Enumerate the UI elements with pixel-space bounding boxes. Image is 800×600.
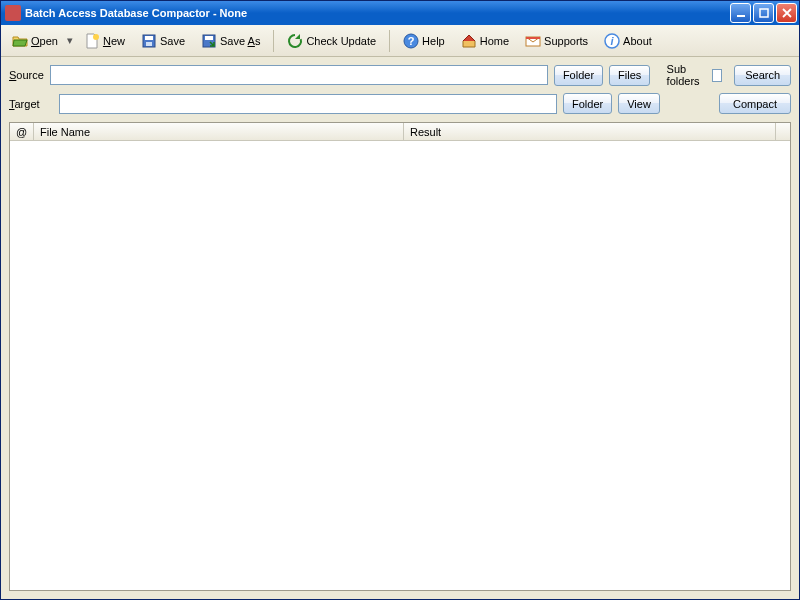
home-button[interactable]: Home <box>454 29 516 53</box>
new-file-icon <box>84 33 100 49</box>
about-button[interactable]: i About <box>597 29 659 53</box>
toolbar-separator <box>273 30 274 52</box>
svg-rect-4 <box>145 36 153 40</box>
grid-header: @ File Name Result <box>10 123 790 141</box>
check-update-button[interactable]: Check Update <box>280 29 383 53</box>
close-icon <box>782 8 792 18</box>
svg-rect-11 <box>526 37 540 39</box>
compact-button[interactable]: Compact <box>719 93 791 114</box>
save-icon <box>141 33 157 49</box>
source-files-button[interactable]: Files <box>609 65 650 86</box>
about-label: About <box>623 35 652 47</box>
toolbar-separator <box>389 30 390 52</box>
target-view-button[interactable]: View <box>618 93 660 114</box>
svg-rect-0 <box>737 15 745 17</box>
save-as-icon <box>201 33 217 49</box>
toolbar: Open ▾ New Save Save As Check Updat <box>1 25 799 57</box>
col-header-at[interactable]: @ <box>10 123 34 140</box>
svg-rect-7 <box>205 36 213 40</box>
maximize-button[interactable] <box>753 3 774 23</box>
target-label: Target <box>9 98 53 110</box>
info-icon: i <box>604 33 620 49</box>
app-icon <box>5 5 21 21</box>
help-icon: ? <box>403 33 419 49</box>
col-header-result[interactable]: Result <box>404 123 776 140</box>
open-button[interactable]: Open <box>5 29 65 53</box>
source-input[interactable] <box>50 65 548 85</box>
folder-open-icon <box>12 33 28 49</box>
target-row: Target Folder View Compact <box>9 93 791 114</box>
maximize-icon <box>759 8 769 18</box>
open-label: Open <box>31 35 58 47</box>
source-folder-button[interactable]: Folder <box>554 65 603 86</box>
col-header-tail <box>776 123 790 140</box>
sub-folders-label: Sub folders <box>667 63 707 87</box>
open-dropdown-arrow[interactable]: ▾ <box>67 34 75 47</box>
svg-rect-1 <box>760 9 768 17</box>
supports-label: Supports <box>544 35 588 47</box>
check-update-label: Check Update <box>306 35 376 47</box>
new-label: New <box>103 35 125 47</box>
minimize-icon <box>736 8 746 18</box>
search-button[interactable]: Search <box>734 65 791 86</box>
target-folder-button[interactable]: Folder <box>563 93 612 114</box>
help-label: Help <box>422 35 445 47</box>
mail-icon <box>525 33 541 49</box>
titlebar: Batch Access Database Compactor - None <box>1 1 799 25</box>
target-input[interactable] <box>59 94 557 114</box>
help-button[interactable]: ? Help <box>396 29 452 53</box>
grid-body[interactable] <box>10 141 790 590</box>
close-button[interactable] <box>776 3 797 23</box>
source-row: Source Folder Files Sub folders Search <box>9 63 791 87</box>
params-panel: Source Folder Files Sub folders Search T… <box>1 57 799 120</box>
svg-rect-5 <box>146 42 152 46</box>
app-window: Batch Access Database Compactor - None O… <box>0 0 800 600</box>
refresh-icon <box>287 33 303 49</box>
results-grid: @ File Name Result <box>9 122 791 591</box>
save-as-button[interactable]: Save As <box>194 29 267 53</box>
svg-text:?: ? <box>408 35 415 47</box>
home-label: Home <box>480 35 509 47</box>
new-button[interactable]: New <box>77 29 132 53</box>
sub-folders-checkbox[interactable] <box>712 69 722 82</box>
minimize-button[interactable] <box>730 3 751 23</box>
home-icon <box>461 33 477 49</box>
svg-point-2 <box>93 34 99 40</box>
window-buttons <box>730 3 797 23</box>
source-label: Source <box>9 69 44 81</box>
save-label: Save <box>160 35 185 47</box>
save-button[interactable]: Save <box>134 29 192 53</box>
save-as-label: Save As <box>220 35 260 47</box>
col-header-filename[interactable]: File Name <box>34 123 404 140</box>
window-title: Batch Access Database Compactor - None <box>25 7 730 19</box>
supports-button[interactable]: Supports <box>518 29 595 53</box>
